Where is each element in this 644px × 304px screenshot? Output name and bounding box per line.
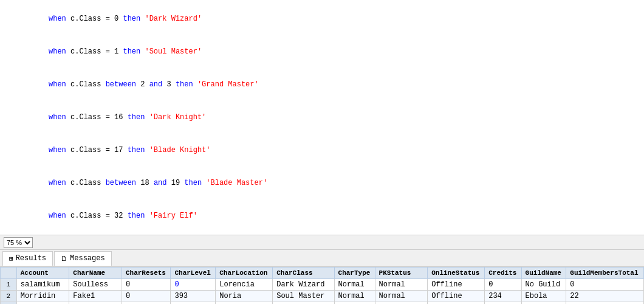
code-line: when c.Class = 0 then 'Dark Wizard' (5, 2, 639, 35)
tab-results[interactable]: ⊞ Results (2, 251, 53, 266)
table-cell: Soul Master (273, 291, 334, 302)
table-cell: 0 (122, 279, 171, 291)
table-cell: Normal (375, 302, 428, 305)
keyword: when (22, 146, 66, 154)
zoom-select[interactable]: 75 % (4, 237, 33, 248)
grid-icon: ⊞ (9, 255, 13, 263)
col-account: Account (16, 268, 69, 279)
code-line: when c.Class = 16 then 'Dark Knight' (5, 101, 639, 134)
col-rownum (1, 268, 17, 279)
tab-messages-label: Messages (70, 254, 105, 263)
table-cell: No Guild (521, 302, 566, 305)
code-panel: when c.Class = 0 then 'Dark Wizard' when… (0, 0, 644, 235)
keyword: then (128, 146, 145, 154)
table-cell: 0 (122, 291, 171, 302)
table-cell: 393 (171, 291, 216, 302)
string-val: 'Grand Master' (197, 80, 259, 89)
tab-messages[interactable]: 🗋 Messages (54, 251, 112, 266)
keyword: when (22, 113, 66, 122)
table-cell: Dark Wizard (273, 302, 334, 305)
col-pkstatus: PKStatus (375, 268, 428, 279)
table-cell: 0 (566, 302, 644, 305)
keyword: when (22, 15, 66, 23)
table-cell: SofiaSever (69, 302, 122, 305)
string-val: 'Blade Master' (206, 179, 267, 187)
keyword: then (128, 113, 145, 122)
keyword: when (22, 212, 66, 220)
table-cell: Morridin (16, 291, 69, 302)
row-number: 1 (1, 279, 17, 291)
table-cell: Ofanziva (16, 302, 69, 305)
table-cell: Normal (334, 302, 375, 305)
string-val: 'Dark Knight' (149, 113, 207, 122)
table-cell: Lorencia (216, 302, 273, 305)
tabs-bar: ⊞ Results 🗋 Messages (0, 250, 644, 267)
table-cell: Dark Wizard (273, 279, 334, 291)
code-line: when c.Class between 2 and 3 then 'Grand… (5, 68, 639, 101)
col-chartype: CharType (334, 268, 375, 279)
code-line: when c.Class = 32 then 'Fairy Elf' (5, 199, 639, 232)
table-row: 2MorridinFake10393NoriaSoul MasterNormal… (1, 291, 644, 302)
keyword: between (106, 80, 136, 89)
table-cell: Noria (216, 291, 273, 302)
string-val: 'Blade Knight' (149, 146, 211, 154)
results-table: Account CharName CharResets CharLevel Ch… (0, 267, 644, 304)
table-cell: salamikum (16, 279, 69, 291)
table-cell: 0 (171, 279, 216, 291)
keyword: between (106, 179, 136, 187)
code-line: when c.Class = 1 then 'Soul Master' (5, 35, 639, 68)
table-row: 3OfanzivaSofiaSever0220LorenciaDark Wiza… (1, 302, 644, 305)
keyword: then (128, 212, 145, 220)
col-charname: CharName (69, 268, 122, 279)
code-line: when c.Class between 18 and 19 then 'Bla… (5, 167, 639, 199)
keyword: when (22, 47, 66, 56)
table-cell: 220 (171, 302, 216, 305)
string-val: 'Soul Master' (145, 47, 202, 56)
keyword: when (22, 80, 66, 89)
table-cell: Ebola (521, 291, 566, 302)
keyword: and (149, 80, 163, 89)
table-cell: 234 (485, 291, 521, 302)
msg-icon: 🗋 (61, 255, 67, 263)
col-charclass: CharClass (273, 268, 334, 279)
col-credits: Credits (485, 268, 521, 279)
tab-results-label: Results (16, 254, 46, 263)
table-cell: Offline (428, 279, 485, 291)
code-line: when c.Class = 17 then 'Blade Knight' (5, 134, 639, 167)
table-cell: Lorencia (216, 279, 273, 291)
table-cell: 0 (485, 279, 521, 291)
keyword: then (184, 179, 202, 187)
table-cell: No Guild (521, 279, 566, 291)
keyword: then (176, 80, 193, 89)
table-cell: 22 (566, 291, 644, 302)
keyword: and (154, 179, 167, 187)
row-number: 3 (1, 302, 17, 305)
table-header-row: Account CharName CharResets CharLevel Ch… (1, 268, 644, 279)
table-row: 1salamikumSoulless00LorenciaDark WizardN… (1, 279, 644, 291)
col-onlinestatus: OnlineStatus (428, 268, 485, 279)
string-val: 'Fairy Elf' (149, 212, 197, 220)
table-cell: Normal (334, 279, 375, 291)
zoom-bar: 75 % (0, 235, 644, 250)
col-charresets: CharResets (122, 268, 171, 279)
keyword: then (123, 47, 140, 56)
table-cell: 0 (122, 302, 171, 305)
table-cell: 0 (485, 302, 521, 305)
keyword: then (123, 15, 140, 23)
table-cell: Soulless (69, 279, 122, 291)
table-cell: Normal (334, 291, 375, 302)
col-charlocation: CharLocation (216, 268, 273, 279)
row-number: 2 (1, 291, 17, 302)
table-cell: Offline (428, 291, 485, 302)
table-cell: Normal (375, 279, 428, 291)
col-guildname: GuildName (521, 268, 566, 279)
results-table-container[interactable]: Account CharName CharResets CharLevel Ch… (0, 267, 644, 304)
col-charlevel: CharLevel (171, 268, 216, 279)
table-cell: Offline (428, 302, 485, 305)
table-cell: Normal (375, 291, 428, 302)
table-cell: 0 (566, 279, 644, 291)
string-val: 'Dark Wizard' (145, 15, 202, 23)
keyword: when (22, 179, 66, 187)
col-guildmemberstotal: GuildMembersTotal (566, 268, 644, 279)
table-cell: Fake1 (69, 291, 122, 302)
